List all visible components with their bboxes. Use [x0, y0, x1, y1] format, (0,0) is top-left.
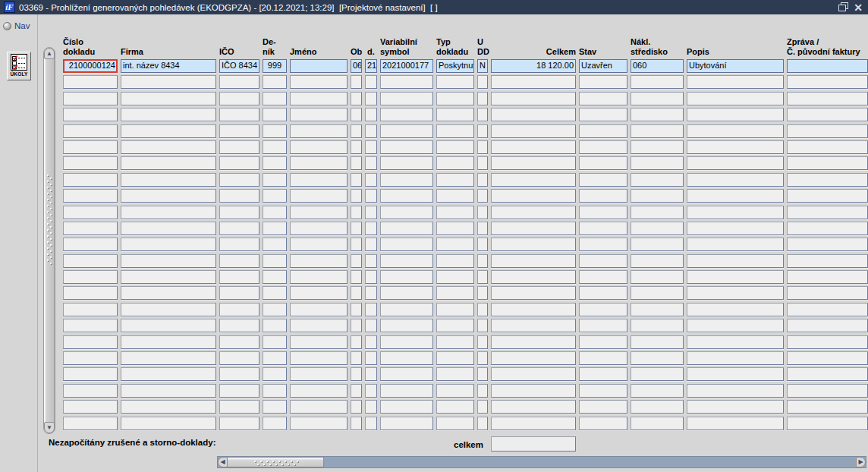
- cell-u_dd[interactable]: [477, 189, 488, 203]
- cell-stav[interactable]: [579, 206, 627, 219]
- cell-stav[interactable]: [579, 270, 627, 284]
- cell-ob[interactable]: [351, 108, 362, 121]
- vertical-scrollbar[interactable]: ▲ ▼: [43, 47, 55, 434]
- cell-firma[interactable]: [121, 173, 216, 187]
- cell-jmeno[interactable]: [290, 75, 348, 89]
- vertical-scrollbar-grip[interactable]: [46, 174, 53, 265]
- cell-popis[interactable]: [687, 156, 784, 170]
- cell-nakl_stredisko[interactable]: [631, 286, 684, 300]
- cell-firma[interactable]: [121, 417, 216, 430]
- cell-variabilni_symbol[interactable]: 2021000177: [380, 59, 433, 73]
- cell-jmeno[interactable]: [290, 124, 348, 138]
- cell-ico[interactable]: [219, 303, 259, 316]
- cell-popis[interactable]: [687, 189, 784, 203]
- cell-d[interactable]: 21: [365, 59, 377, 73]
- cell-firma[interactable]: [121, 92, 216, 105]
- cell-ico[interactable]: [219, 319, 259, 332]
- cell-cislo_dokladu[interactable]: [63, 384, 118, 398]
- cell-popis[interactable]: [687, 222, 784, 235]
- cell-celkem[interactable]: [491, 254, 576, 268]
- cell-popis[interactable]: [687, 303, 784, 316]
- cell-jmeno[interactable]: [290, 156, 348, 170]
- cell-stav[interactable]: [579, 173, 627, 187]
- cell-ob[interactable]: [351, 367, 362, 381]
- cell-ico[interactable]: [219, 351, 259, 365]
- cell-celkem[interactable]: [491, 222, 576, 235]
- cell-cislo_dokladu[interactable]: [63, 173, 118, 187]
- cell-jmeno[interactable]: [290, 351, 348, 365]
- cell-nakl_stredisko[interactable]: [631, 335, 684, 349]
- cell-u_dd[interactable]: [477, 303, 488, 316]
- cell-zprava[interactable]: [787, 384, 868, 398]
- cell-nakl_stredisko[interactable]: [631, 270, 684, 284]
- cell-firma[interactable]: [121, 238, 216, 251]
- cell-firma[interactable]: [121, 75, 216, 89]
- cell-d[interactable]: [365, 417, 377, 430]
- cell-celkem[interactable]: [491, 319, 576, 332]
- cell-nakl_stredisko[interactable]: [631, 351, 684, 365]
- cell-typ_dokladu[interactable]: [436, 254, 474, 268]
- cell-ico[interactable]: [219, 286, 259, 300]
- cell-firma[interactable]: [121, 108, 216, 121]
- cell-jmeno[interactable]: [290, 400, 348, 414]
- cell-ico[interactable]: [219, 140, 259, 154]
- cell-u_dd[interactable]: [477, 417, 488, 430]
- cell-firma[interactable]: [121, 189, 216, 203]
- cell-cislo_dokladu[interactable]: [63, 140, 118, 154]
- cell-typ_dokladu[interactable]: [436, 303, 474, 316]
- cell-denik[interactable]: [263, 417, 287, 430]
- cell-firma[interactable]: [121, 351, 216, 365]
- cell-u_dd[interactable]: [477, 367, 488, 381]
- cell-denik[interactable]: [263, 108, 287, 121]
- cell-cislo_dokladu[interactable]: [63, 254, 118, 268]
- cell-cislo_dokladu[interactable]: [63, 351, 118, 365]
- cell-nakl_stredisko[interactable]: [631, 140, 684, 154]
- cell-jmeno[interactable]: [290, 286, 348, 300]
- cell-celkem[interactable]: [491, 156, 576, 170]
- cell-cislo_dokladu[interactable]: [63, 108, 118, 121]
- cell-denik[interactable]: [263, 222, 287, 235]
- cell-stav[interactable]: [579, 400, 627, 414]
- cell-cislo_dokladu[interactable]: [63, 238, 118, 251]
- cell-ob[interactable]: [351, 351, 362, 365]
- cell-celkem[interactable]: [491, 238, 576, 251]
- cell-firma[interactable]: [121, 335, 216, 349]
- cell-cislo_dokladu[interactable]: [63, 206, 118, 219]
- cell-u_dd[interactable]: [477, 92, 488, 105]
- cell-zprava[interactable]: [787, 400, 868, 414]
- cell-zprava[interactable]: [787, 367, 868, 381]
- cell-d[interactable]: [365, 173, 377, 187]
- cell-typ_dokladu[interactable]: [436, 367, 474, 381]
- cell-variabilni_symbol[interactable]: [380, 173, 433, 187]
- cell-stav[interactable]: [579, 156, 627, 170]
- cell-cislo_dokladu[interactable]: [63, 417, 118, 430]
- cell-u_dd[interactable]: [477, 140, 488, 154]
- cell-zprava[interactable]: [787, 173, 868, 187]
- cell-zprava[interactable]: [787, 156, 868, 170]
- cell-d[interactable]: [365, 319, 377, 332]
- cell-celkem[interactable]: [491, 189, 576, 203]
- cell-celkem[interactable]: [491, 270, 576, 284]
- cell-popis[interactable]: [687, 417, 784, 430]
- cell-u_dd[interactable]: [477, 108, 488, 121]
- cell-popis[interactable]: [687, 140, 784, 154]
- cell-ob[interactable]: [351, 286, 362, 300]
- cell-denik[interactable]: [263, 92, 287, 105]
- cell-d[interactable]: [365, 189, 377, 203]
- cell-ico[interactable]: [219, 156, 259, 170]
- cell-denik[interactable]: [263, 270, 287, 284]
- cell-ico[interactable]: [219, 206, 259, 219]
- cell-u_dd[interactable]: [477, 319, 488, 332]
- cell-jmeno[interactable]: [290, 238, 348, 251]
- cell-stav[interactable]: Uzavřen: [579, 59, 627, 73]
- cell-nakl_stredisko[interactable]: [631, 206, 684, 219]
- cell-ob[interactable]: [351, 189, 362, 203]
- cell-stav[interactable]: [579, 351, 627, 365]
- cell-typ_dokladu[interactable]: [436, 351, 474, 365]
- cell-stav[interactable]: [579, 189, 627, 203]
- cell-ico[interactable]: [219, 75, 259, 89]
- tasks-button[interactable]: ÚKOLY: [7, 52, 31, 80]
- cell-popis[interactable]: [687, 124, 784, 138]
- cell-cislo_dokladu[interactable]: [63, 75, 118, 89]
- cell-d[interactable]: [365, 124, 377, 138]
